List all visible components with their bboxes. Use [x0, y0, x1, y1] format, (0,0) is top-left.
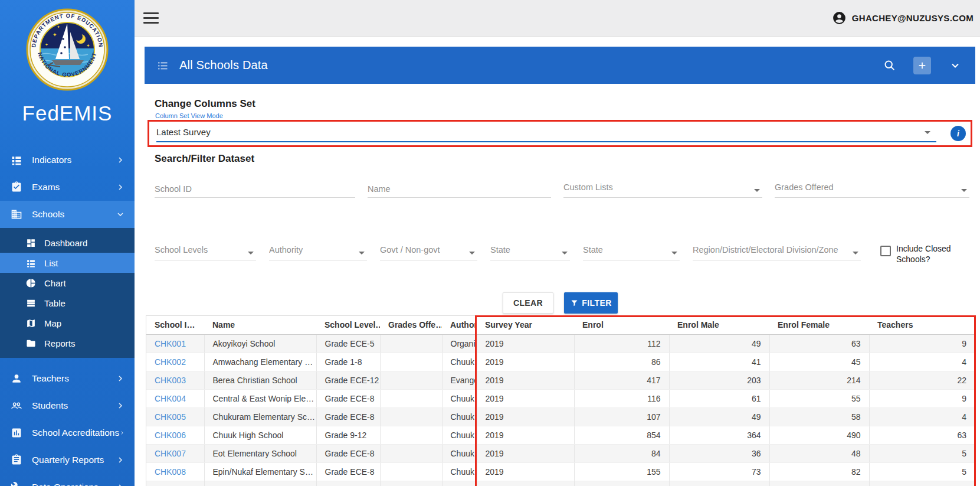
name-input[interactable]: [368, 184, 551, 194]
chevron-right-icon: [116, 401, 125, 410]
dropdown-arrow-icon[interactable]: [925, 131, 930, 134]
sidebar-item-school-accreditations[interactable]: School Accreditations: [0, 419, 135, 446]
submenu-item-map[interactable]: Map: [0, 313, 135, 333]
sidebar-item-data-operations[interactable]: Data Operations: [0, 474, 135, 486]
cell-enrol-female: 63: [769, 334, 869, 353]
col-grades-offered[interactable]: Grades Offe…: [380, 316, 442, 334]
sidebar-item-quarterly-reports[interactable]: Quarterly Reports: [0, 446, 135, 474]
submenu-item-dashboard[interactable]: Dashboard: [0, 233, 135, 253]
account-circle-icon: [832, 11, 847, 25]
include-closed-checkbox[interactable]: [880, 246, 891, 256]
col-enrol[interactable]: Enrol: [574, 316, 669, 334]
submenu-item-label: Chart: [44, 278, 66, 288]
user-menu[interactable]: GHACHEY@NUZUSYS.COM: [832, 11, 974, 25]
cell-survey-year: 2019: [477, 407, 574, 426]
school-levels-select[interactable]: School Levels: [155, 239, 256, 260]
submenu-item-list[interactable]: List: [0, 253, 135, 273]
col-school-id[interactable]: School I…: [146, 316, 204, 334]
schools-submenu: Dashboard List Chart Table Map: [0, 228, 135, 358]
submenu-item-chart[interactable]: Chart: [0, 273, 135, 293]
dropdown-arrow-icon: [671, 252, 677, 255]
cell-enrol-male: 364: [669, 426, 769, 444]
state-select-1[interactable]: State: [490, 239, 570, 260]
cell-enrol-female: 22: [769, 481, 869, 486]
col-survey-year[interactable]: Survey Year: [477, 316, 574, 334]
sidebar-item-indicators[interactable]: Indicators: [0, 146, 135, 174]
cell-enrol-male: 49: [669, 334, 769, 353]
cell-teachers: 63: [869, 426, 975, 444]
col-enrol-female[interactable]: Enrol Female: [769, 316, 869, 334]
sidebar-item-teachers[interactable]: Teachers: [0, 365, 135, 392]
school-id-link[interactable]: CHK001: [155, 339, 186, 348]
dropdown-arrow-icon: [248, 252, 254, 255]
sidebar-item-exams[interactable]: Exams: [0, 174, 135, 201]
table-row: CHK007 Eot Elementary School Grade ECE-8…: [146, 444, 975, 462]
collapse-button[interactable]: [946, 57, 964, 74]
cell-authority: Evangeli…: [442, 371, 477, 389]
cell-enrol-female: 214: [769, 371, 869, 389]
info-icon[interactable]: i: [950, 126, 966, 141]
region-label: Region/District/Electoral Division/Zone: [693, 245, 838, 255]
cell-teachers: 22: [869, 371, 975, 389]
clear-button[interactable]: CLEAR: [503, 292, 553, 314]
submenu-item-reports[interactable]: Reports: [0, 333, 135, 353]
col-teachers[interactable]: Teachers: [869, 316, 975, 334]
cell-grades-offered: [380, 462, 442, 481]
col-name[interactable]: Name: [204, 316, 316, 334]
sidebar-item-label: Teachers: [32, 373, 116, 384]
cell-authority: Chuuk D…: [442, 481, 477, 486]
bullet-list-icon: [11, 154, 22, 166]
sidebar-item-schools[interactable]: Schools: [0, 201, 135, 228]
col-authority[interactable]: Authority…: [442, 316, 477, 334]
hamburger-menu-icon[interactable]: [143, 12, 159, 24]
add-button[interactable]: [913, 57, 931, 74]
table-row: CHK005 Chukuram Elementary Sc… Grade ECE…: [146, 407, 975, 426]
grades-offered-label: Grades Offered: [775, 182, 834, 192]
school-id-link[interactable]: CHK002: [155, 357, 186, 367]
cell-enrol-male: 41: [669, 353, 769, 371]
submenu-item-table[interactable]: Table: [0, 293, 135, 313]
school-id-link[interactable]: CHK004: [155, 394, 186, 403]
custom-lists-select[interactable]: Custom Lists: [563, 177, 762, 198]
cell-authority: Chuuk D…: [442, 407, 477, 426]
cell-name: Central & East Wonip Ele…: [204, 389, 316, 407]
chevron-right-icon: [116, 155, 125, 165]
include-closed-label: Include Closed Schools?: [896, 244, 962, 265]
col-enrol-male[interactable]: Enrol Male: [669, 316, 769, 334]
cell-authority: Chuuk D…: [442, 389, 477, 407]
table-icon: [26, 298, 36, 308]
people-icon: [11, 400, 22, 412]
search-icon: [883, 59, 896, 71]
chevron-right-icon: [116, 374, 125, 383]
cell-grades-offered: [380, 481, 442, 486]
govt-nongovt-select[interactable]: Govt / Non-govt: [380, 239, 477, 260]
col-school-level[interactable]: School Level…: [316, 316, 380, 334]
region-select[interactable]: Region/District/Electoral Division/Zone: [693, 239, 861, 260]
column-set-select[interactable]: Latest Survey: [156, 127, 211, 137]
grades-offered-select[interactable]: Grades Offered: [775, 177, 969, 198]
school-id-input[interactable]: [155, 184, 355, 194]
school-id-link[interactable]: CHK008: [155, 467, 186, 477]
cell-enrol-female: 58: [769, 407, 869, 426]
school-id-link[interactable]: CHK007: [155, 449, 186, 458]
submenu-item-label: Dashboard: [44, 238, 87, 248]
school-id-link[interactable]: CHK003: [155, 376, 186, 385]
school-id-link[interactable]: CHK006: [155, 430, 186, 440]
filter-actions: CLEAR FILTER: [503, 292, 975, 314]
search-button[interactable]: [880, 57, 898, 74]
funnel-icon: [570, 299, 579, 308]
chevron-right-icon: [119, 428, 125, 438]
cell-enrol: 417: [574, 371, 669, 389]
state-select-2[interactable]: State: [583, 239, 680, 260]
authority-select[interactable]: Authority: [269, 239, 367, 260]
cell-survey-year: 2019: [477, 462, 574, 481]
cell-authority: Organiza…: [442, 334, 477, 353]
cell-survey-year: 2019: [477, 426, 574, 444]
clipboard-text-icon: [11, 454, 22, 466]
list-header-icon: [156, 58, 170, 73]
sidebar-item-students[interactable]: Students: [0, 392, 135, 419]
school-id-link[interactable]: CHK005: [155, 412, 186, 422]
cell-survey-year: 2019: [477, 444, 574, 462]
cell-grades-offered: [380, 444, 442, 462]
filter-button[interactable]: FILTER: [564, 292, 618, 314]
